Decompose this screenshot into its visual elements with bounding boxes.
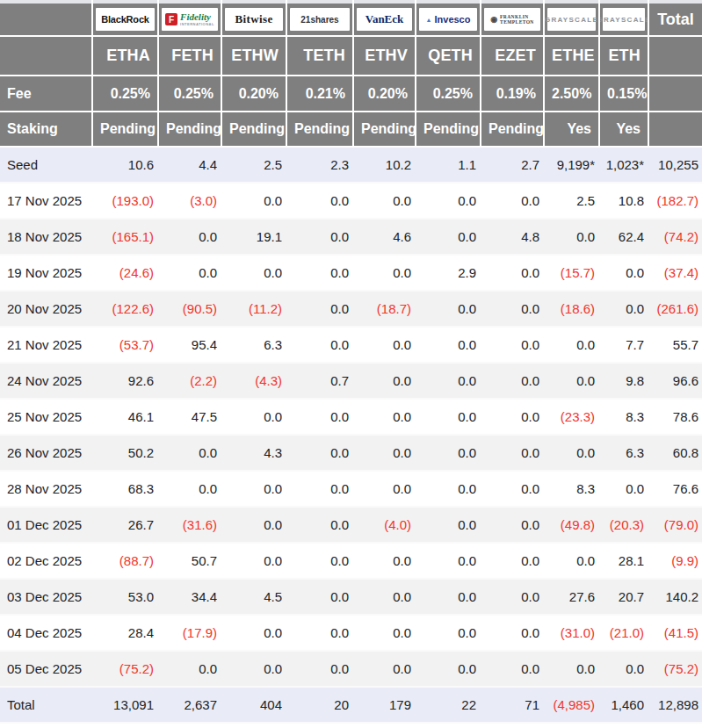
- staking-row: StakingPendingPendingPendingPendingPendi…: [0, 112, 702, 148]
- flow-cell-ezet: 0.0: [481, 652, 545, 688]
- flow-cell-ethw: 0.0: [222, 184, 287, 220]
- flow-cell-ethe: (31.0): [545, 616, 600, 652]
- flow-cell-teth: 20: [287, 688, 354, 724]
- flow-cell-ethv: 0.0: [354, 616, 416, 652]
- total-cell: 10,255: [649, 148, 702, 184]
- flow-cell-teth: 0.0: [287, 436, 354, 472]
- flow-cell-ezet: 0.0: [481, 256, 545, 292]
- flow-cell-qeth: 0.0: [416, 544, 481, 580]
- flow-cell-ethv: 0.0: [354, 400, 416, 436]
- flow-cell-teth: 0.0: [287, 508, 354, 544]
- flow-cell-ethe: 2.5: [545, 184, 600, 220]
- fee-etha: 0.25%: [93, 76, 159, 112]
- flow-cell-feth: 47.5: [159, 400, 222, 436]
- row-04-dec-2025: 04 Dec 202528.4(17.9)0.00.00.00.00.0(31.…: [0, 616, 702, 652]
- flow-cell-ethv: 0.0: [354, 328, 416, 364]
- row-label: 03 Dec 2025: [0, 580, 93, 616]
- row-label: 04 Dec 2025: [0, 616, 93, 652]
- flow-cell-ethw: 0.0: [222, 508, 287, 544]
- flow-cell-feth: (90.5): [159, 292, 222, 328]
- total-cell: (79.0): [649, 508, 702, 544]
- logo-row: BlackRockFFidelityINTERNATIONALBitwise21…: [0, 4, 702, 37]
- flow-cell-qeth: 2.9: [416, 256, 481, 292]
- ticker-row-label: [0, 37, 93, 76]
- staking-row-label: Staking: [0, 112, 93, 148]
- ticker-ethe: ETHE: [545, 37, 600, 76]
- flow-cell-qeth: 0.0: [416, 652, 481, 688]
- 21shares-logo: 21shares: [290, 8, 350, 31]
- flow-cell-qeth: 0.0: [416, 436, 481, 472]
- flow-cell-eth: 1,460: [600, 688, 649, 724]
- row-label: 19 Nov 2025: [0, 256, 93, 292]
- row-label: 28 Nov 2025: [0, 472, 93, 508]
- flow-cell-qeth: 0.0: [416, 220, 481, 256]
- row-19-nov-2025: 19 Nov 2025(24.6)0.00.00.00.02.90.0(15.7…: [0, 256, 702, 292]
- flow-cell-etha: (75.2): [93, 652, 159, 688]
- strip-segment: [287, 0, 354, 4]
- flow-cell-teth: 0.0: [287, 472, 354, 508]
- flow-cell-ethv: (4.0): [354, 508, 416, 544]
- flow-cell-ethw: 0.0: [222, 400, 287, 436]
- logo-cell-qeth: ▲Invesco: [416, 4, 481, 37]
- flow-cell-ezet: 0.0: [481, 580, 545, 616]
- staking-ethv: Pending: [354, 112, 416, 148]
- row-18-nov-2025: 18 Nov 2025(165.1)0.019.10.04.60.04.80.0…: [0, 220, 702, 256]
- flow-cell-ethv: 0.0: [354, 544, 416, 580]
- fee-ethe: 2.50%: [545, 76, 600, 112]
- flow-cell-etha: 53.0: [93, 580, 159, 616]
- logo-cell-ethv: VanEck: [354, 4, 416, 37]
- row-label: 26 Nov 2025: [0, 436, 93, 472]
- flow-cell-ethw: 404: [222, 688, 287, 724]
- logo-cell-teth: 21shares: [287, 4, 354, 37]
- flow-cell-etha: (193.0): [93, 184, 159, 220]
- total-cell: (75.2): [649, 652, 702, 688]
- flow-cell-feth: 0.0: [159, 256, 222, 292]
- row-label: 20 Nov 2025: [0, 292, 93, 328]
- strip-segment: [93, 0, 159, 4]
- strip-segment: [649, 0, 702, 4]
- flow-cell-etha: (165.1): [93, 220, 159, 256]
- staking-total-spacer: [649, 112, 702, 148]
- flow-cell-qeth: 1.1: [416, 148, 481, 184]
- flow-cell-teth: 0.0: [287, 580, 354, 616]
- flow-cell-feth: (17.9): [159, 616, 222, 652]
- row-01-dec-2025: 01 Dec 202526.7(31.6)0.00.0(4.0)0.00.0(4…: [0, 508, 702, 544]
- flow-cell-teth: 0.0: [287, 544, 354, 580]
- flow-cell-eth: 0.0: [600, 472, 649, 508]
- flow-cell-teth: 0.7: [287, 364, 354, 400]
- grayscale-logo: GRAYSCALE: [603, 8, 645, 31]
- logo-cell-etha: BlackRock: [93, 4, 159, 37]
- flow-cell-qeth: 0.0: [416, 364, 481, 400]
- flow-cell-qeth: 0.0: [416, 328, 481, 364]
- flow-cell-teth: 0.0: [287, 292, 354, 328]
- flow-cell-ethv: 0.0: [354, 580, 416, 616]
- ticker-etha: ETHA: [93, 37, 159, 76]
- row-02-dec-2025: 02 Dec 2025(88.7)50.70.00.00.00.00.00.02…: [0, 544, 702, 580]
- total-cell: 76.6: [649, 472, 702, 508]
- franklin-templeton-logo: ◉FRANKLINTEMPLETON: [484, 8, 540, 31]
- flow-cell-ethe: 9,199*: [545, 148, 600, 184]
- bitwise-logo: Bitwise: [225, 8, 283, 31]
- flow-cell-ezet: 0.0: [481, 364, 545, 400]
- row-05-dec-2025: 05 Dec 2025(75.2)0.00.00.00.00.00.00.00.…: [0, 652, 702, 688]
- flow-cell-ethw: 0.0: [222, 472, 287, 508]
- flow-cell-ethe: 27.6: [545, 580, 600, 616]
- flow-cell-qeth: 0.0: [416, 292, 481, 328]
- row-03-dec-2025: 03 Dec 202553.034.44.50.00.00.00.027.620…: [0, 580, 702, 616]
- flow-cell-ethe: (18.6): [545, 292, 600, 328]
- flow-cell-ethv: (18.7): [354, 292, 416, 328]
- flow-cell-ethv: 4.6: [354, 220, 416, 256]
- flow-cell-ezet: 0.0: [481, 184, 545, 220]
- flow-cell-eth: (21.0): [600, 616, 649, 652]
- flow-cell-eth: 10.8: [600, 184, 649, 220]
- total-cell: (182.7): [649, 184, 702, 220]
- flow-cell-qeth: 0.0: [416, 472, 481, 508]
- flow-cell-ethe: 0.0: [545, 364, 600, 400]
- flow-cell-ezet: 0.0: [481, 544, 545, 580]
- fee-row: Fee0.25%0.25%0.20%0.21%0.20%0.25%0.19%2.…: [0, 76, 702, 112]
- flow-cell-ethe: 8.3: [545, 472, 600, 508]
- flow-cell-etha: 92.6: [93, 364, 159, 400]
- flow-cell-feth: 0.0: [159, 652, 222, 688]
- blackrock-logo: BlackRock: [96, 8, 155, 31]
- row-label: 18 Nov 2025: [0, 220, 93, 256]
